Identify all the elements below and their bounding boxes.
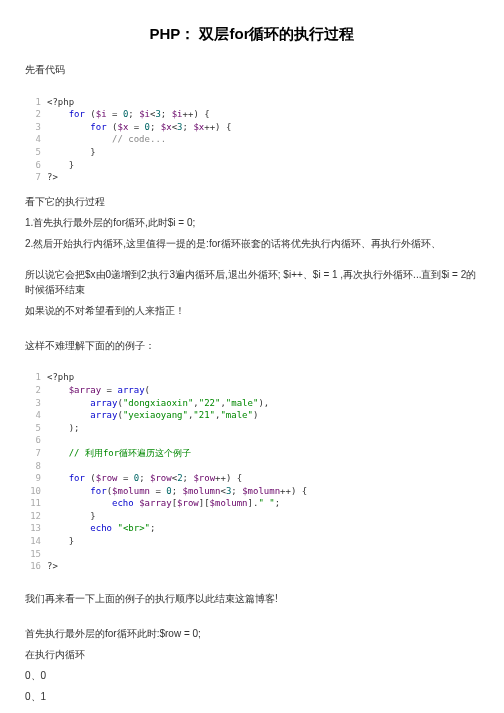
para-3: 2.然后开始执行内循环,这里值得一提的是:for循环嵌套的话将优先执行内循环、再…	[25, 236, 479, 251]
para-11: 0、1	[25, 689, 479, 704]
code-block-2: 1<?php 2 $array = array( 3 array("dongxi…	[25, 359, 479, 573]
para-2: 1.首先执行最外层的for循环,此时$i = 0;	[25, 215, 479, 230]
para-5: 如果说的不对希望看到的人来指正！	[25, 303, 479, 318]
code-block-1: 1<?php 2 for ($i = 0; $i<3; $i++) { 3 fo…	[25, 83, 479, 184]
para-7: 我们再来看一下上面的例子的执行顺序以此结束这篇博客!	[25, 591, 479, 606]
page-title: PHP： 双层for循环的执行过程	[25, 25, 479, 44]
para-8: 首先执行最外层的for循环此时:$row = 0;	[25, 626, 479, 641]
para-10: 0、0	[25, 668, 479, 683]
para-6: 这样不难理解下面的的例子：	[25, 338, 479, 353]
para-1: 看下它的执行过程	[25, 194, 479, 209]
intro-text: 先看代码	[25, 62, 479, 77]
para-9: 在执行内循环	[25, 647, 479, 662]
para-4: 所以说它会把$x由0递增到2;执行3遍内循环后,退出外循环; $i++、$i =…	[25, 267, 479, 297]
